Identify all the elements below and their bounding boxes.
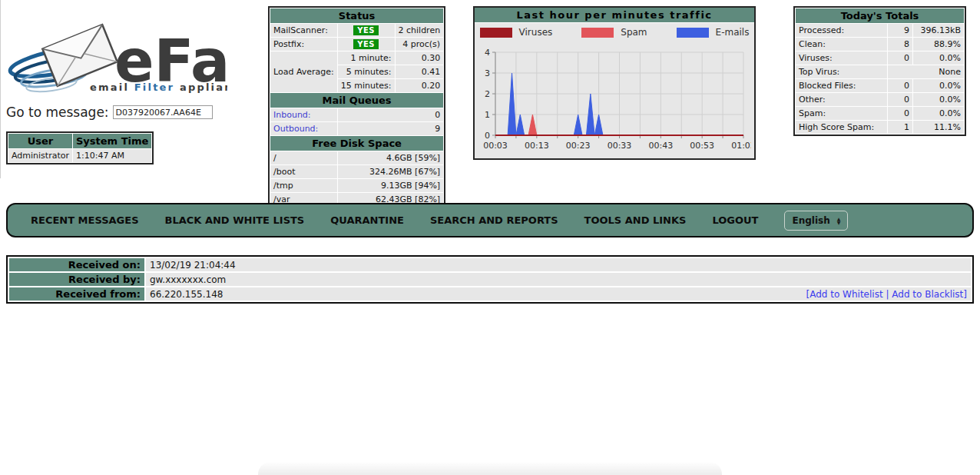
user-name: Administrator [8, 149, 72, 162]
nav-recent-messages[interactable]: RECENT MESSAGES [31, 214, 139, 226]
table-row: /boot 324.26MB [67%] [270, 165, 443, 178]
system-time: 1:10:47 AM [73, 149, 151, 162]
total-count: 1 [888, 121, 912, 134]
legend-label: Spam [621, 27, 647, 38]
svg-text:00:23: 00:23 [566, 141, 591, 151]
total-value: 88.9% [913, 38, 964, 51]
table-row: Outbound: 9 [270, 122, 443, 135]
bottom-shadow [258, 462, 722, 475]
todays-totals-panel: Today's Totals Processed:9396.13kB Clean… [793, 6, 966, 136]
load-15min-value: 0.20 [396, 79, 444, 92]
svg-text:0: 0 [485, 131, 490, 141]
load-5min-label: 5 minutes: [338, 65, 395, 78]
table-row: Inbound: 0 [270, 108, 443, 121]
table-row: Received on: 13/02/19 21:04:44 [9, 258, 971, 271]
total-value: 0.0% [913, 51, 964, 65]
table-row: Received by: gw.xxxxxxx.com [9, 273, 971, 286]
total-count: 0 [888, 51, 912, 65]
received-from-label: Received from: [9, 287, 144, 301]
nav-search-and-reports[interactable]: SEARCH AND REPORTS [430, 214, 558, 226]
load-1min-value: 0.30 [396, 51, 444, 65]
language-select[interactable]: English ▲▼ [784, 211, 848, 231]
page-left-border [0, 0, 1, 178]
svg-text:00:43: 00:43 [648, 141, 673, 151]
total-value: 0.0% [913, 107, 964, 120]
postfix-status-badge: YES [353, 39, 379, 49]
list-actions: [Add to Whitelist | Add to Blacklist] [806, 289, 967, 300]
language-select-value: English [792, 215, 829, 226]
nav-logout[interactable]: LOGOUT [712, 214, 758, 226]
received-on-label: Received on: [9, 258, 144, 271]
table-row: Postfix: YES 4 proc(s) [270, 38, 443, 51]
message-details-table: Received on: 13/02/19 21:04:44 Received … [6, 255, 974, 304]
disk-mount-value: 9.13GB [94%] [338, 179, 443, 192]
nav-black-and-white-lists[interactable]: BLACK AND WHITE LISTS [165, 214, 305, 226]
svg-text:1: 1 [485, 110, 490, 120]
svg-text:00:13: 00:13 [525, 141, 549, 151]
totals-panel-title: Today's Totals [796, 8, 964, 23]
total-label: Blocked Files: [796, 79, 887, 92]
inbound-queue-link[interactable]: Inbound: [273, 110, 311, 120]
total-value: None [888, 65, 964, 78]
user-column-header: User [8, 134, 72, 148]
svg-text:2: 2 [485, 89, 490, 99]
traffic-chart-panel: Last hour per minutes traffic VirusesSpa… [473, 6, 756, 160]
total-label: Other: [796, 93, 887, 106]
total-label: Top Virus: [796, 65, 887, 78]
system-time-column-header: System Time [73, 134, 151, 148]
load-1min-label: 1 minute: [338, 51, 395, 65]
svg-text:00:53: 00:53 [690, 141, 714, 151]
nav-tools-and-links[interactable]: TOOLS AND LINKS [584, 214, 687, 226]
total-count: 8 [888, 38, 912, 51]
disk-mount-value: 4.6GB [59%] [338, 151, 443, 164]
efa-logo: eFa email Filter appliance [3, 11, 227, 97]
table-row: Top Virus:None [796, 65, 964, 78]
table-row: / 4.6GB [59%] [270, 151, 443, 164]
mail-queues-title: Mail Queues [270, 93, 443, 108]
table-row: Other:00.0% [796, 93, 964, 106]
received-by-value: gw.xxxxxxx.com [146, 273, 971, 286]
load-average-label: Load Average: [270, 51, 337, 92]
select-arrows-icon: ▲▼ [837, 217, 841, 224]
legend-label: E-mails [716, 27, 750, 38]
add-to-blacklist-link[interactable]: Add to Blacklist [892, 289, 963, 300]
outbound-queue-value: 9 [338, 122, 443, 135]
total-label: Processed: [796, 24, 887, 37]
status-panel: Status MailScanner: YES 2 children Postf… [268, 6, 445, 208]
traffic-chart-svg: 0123400:0300:1300:2300:3300:4300:5301:03 [475, 42, 751, 158]
svg-text:3: 3 [485, 68, 490, 78]
add-to-whitelist-link[interactable]: Add to Whitelist [809, 289, 882, 300]
table-row: /tmp 9.13GB [94%] [270, 179, 443, 192]
total-count: 0 [888, 79, 912, 92]
disk-mount-label: /tmp [270, 179, 337, 192]
load-5min-value: 0.41 [396, 65, 444, 78]
postfix-info: 4 proc(s) [396, 38, 444, 51]
svg-text:01:03: 01:03 [731, 141, 751, 151]
table-row: Clean:888.9% [796, 38, 964, 51]
message-id-input[interactable] [113, 105, 213, 119]
disk-mount-label: /boot [270, 165, 337, 178]
table-row: Spam:00.0% [796, 107, 964, 120]
legend-item-e-mails: E-mails [677, 27, 750, 38]
total-count: 0 [888, 107, 912, 120]
postfix-label: Postfix: [270, 38, 337, 51]
goto-message-form: Go to message: [6, 105, 213, 120]
inbound-queue-value: 0 [338, 108, 443, 121]
disk-mount-label: / [270, 151, 337, 164]
chart-legend: VirusesSpamE-mails [475, 23, 754, 42]
legend-item-viruses: Viruses [480, 27, 553, 38]
nav-quarantine[interactable]: QUARANTINE [330, 214, 404, 226]
goto-message-label: Go to message: [6, 105, 109, 120]
total-value: 0.0% [913, 79, 964, 92]
efa-dashboard: eFa email Filter appliance Go to message… [0, 0, 980, 475]
total-value: 11.1% [913, 121, 964, 134]
received-from-value: 66.220.155.148 [150, 289, 223, 300]
table-row: Processed:9396.13kB [796, 24, 964, 37]
legend-swatch-icon [581, 28, 614, 38]
user-time-table: User System Time Administrator 1:10:47 A… [6, 131, 154, 164]
total-value: 0.0% [913, 93, 964, 106]
svg-text:4: 4 [485, 48, 490, 58]
table-row: Administrator 1:10:47 AM [8, 149, 151, 162]
outbound-queue-link[interactable]: Outbound: [273, 124, 318, 134]
legend-label: Viruses [519, 27, 553, 38]
